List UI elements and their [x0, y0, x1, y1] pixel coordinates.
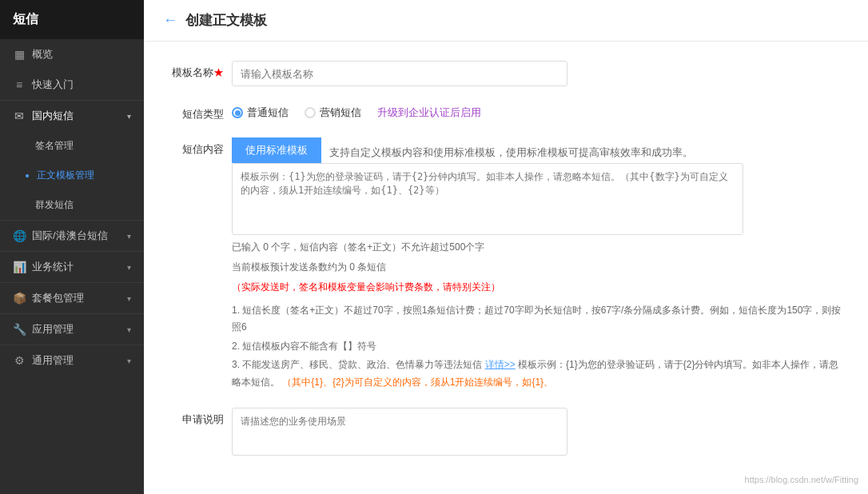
intl-section: 🌐 国际/港澳台短信 ▾: [0, 220, 144, 251]
info-warning: （实际发送时，签名和模板变量会影响计费条数，请特别关注）: [232, 280, 844, 295]
radio-marketing-circle: [305, 107, 316, 118]
content-tabs: 使用标准模板: [232, 137, 321, 163]
sidebar-item-quickstart[interactable]: ≡ 快速入门: [0, 70, 144, 100]
sms-type-row: 短信类型 普通短信 营销短信 升级到企业认证后启用: [168, 102, 844, 122]
intl-icon: 🌐: [13, 229, 26, 242]
app-section: 🔧 应用管理 ▾: [0, 313, 144, 345]
sms-content-row: 短信内容 使用标准模板 支持自定义模板内容和使用标准模板，使用标准模板可提高审核…: [168, 137, 844, 392]
sidebar-item-label: 国际/港澳台短信: [32, 229, 108, 243]
sidebar-item-label: 群发短信: [35, 198, 74, 212]
page-header: ← 创建正文模板: [144, 0, 868, 42]
sidebar-item-label: 正文模板管理: [37, 169, 94, 182]
radio-normal-label: 普通短信: [247, 106, 289, 120]
page-title: 创建正文模板: [185, 11, 267, 30]
radio-group: 普通短信 营销短信 升级到企业认证后启用: [232, 102, 844, 120]
radio-marketing-label: 营销短信: [320, 106, 361, 120]
template-name-input[interactable]: [232, 61, 567, 86]
chevron-down-icon: ▾: [127, 232, 131, 241]
sidebar-item-groupsms[interactable]: 群发短信: [0, 190, 144, 220]
sidebar-item-intl[interactable]: 🌐 国际/港澳台短信 ▾: [0, 221, 144, 251]
sidebar-item-label: 套餐包管理: [32, 291, 84, 305]
sms-content-label: 短信内容: [168, 137, 232, 157]
sidebar-item-label: 国内短信: [32, 109, 74, 123]
sms-content-area: 使用标准模板 支持自定义模板内容和使用标准模板，使用标准模板可提高审核效率和成功…: [232, 137, 844, 392]
app-desc-textarea[interactable]: [232, 408, 567, 456]
sidebar-logo: 短信: [0, 0, 144, 39]
note2: 2. 短信模板内容不能含有【】符号: [232, 338, 844, 356]
info-count: 已输入 0 个字，短信内容（签名+正文）不允许超过500个字: [232, 240, 844, 255]
tab-description: 支持自定义模板内容和使用标准模板，使用标准模板可提高审核效率和成功率。: [329, 141, 693, 160]
note1: 1. 短信长度（签名+正文）不超过70字，按照1条短信计费；超过70字即为长短信…: [232, 302, 844, 337]
domestic-section: ✉ 国内短信 ▾ 签名管理 正文模板管理 群发短信: [0, 100, 144, 220]
active-dot: [26, 174, 29, 177]
note2-text: 2. 短信模板内容不能含有【】符号: [232, 341, 376, 352]
notes: 1. 短信长度（签名+正文）不超过70字，按照1条短信计费；超过70字即为长短信…: [232, 302, 844, 392]
upgrade-link[interactable]: 升级到企业认证后启用: [377, 106, 481, 120]
sidebar-item-label: 业务统计: [32, 260, 74, 274]
note3-orange: （其中{1}、{2}为可自定义的内容，须从1开始连续编号，如{1}、: [282, 376, 553, 388]
sidebar-item-overview[interactable]: ▦ 概览: [0, 39, 144, 70]
template-name-row: 模板名称★: [168, 61, 844, 86]
note3-part1: 3. 不能发送房产、移民、贷款、政治、色情暴力等违法短信: [232, 359, 482, 370]
info-estimate-text: 当前模板预计发送条数约为 0 条短信: [232, 261, 386, 273]
package-icon: 📦: [13, 292, 26, 305]
sidebar-item-label: 通用管理: [32, 353, 74, 368]
app-desc-row: 申请说明: [168, 408, 844, 458]
sidebar-item-general[interactable]: ⚙ 通用管理 ▾: [0, 345, 144, 376]
template-name-label: 模板名称★: [168, 61, 232, 80]
form-container: 模板名称★ 短信类型 普通短信 营销短信 升级到企业认证: [144, 42, 868, 494]
sidebar-item-stats[interactable]: 📊 业务统计 ▾: [0, 252, 144, 282]
info-warning-text: （实际发送时，签名和模板变量会影响计费条数，请特别关注）: [232, 281, 500, 293]
required-mark: ★: [213, 66, 224, 78]
sidebar-item-package[interactable]: 📦 套餐包管理 ▾: [0, 283, 144, 313]
detail-link[interactable]: 详情>>: [485, 359, 516, 370]
info-estimate: 当前模板预计发送条数约为 0 条短信: [232, 260, 844, 275]
package-section: 📦 套餐包管理 ▾: [0, 282, 144, 313]
sidebar-item-label: 应用管理: [32, 322, 74, 337]
note3: 3. 不能发送房产、移民、贷款、政治、色情暴力等违法短信 详情>> 模板示例：{…: [232, 357, 844, 391]
chevron-down-icon: ▾: [127, 325, 131, 334]
radio-normal-circle: [232, 107, 243, 118]
sidebar-item-signature[interactable]: 签名管理: [0, 131, 144, 161]
sms-content-textarea[interactable]: [232, 163, 743, 235]
sidebar-item-label: 快速入门: [32, 78, 74, 92]
sidebar-item-label: 概览: [32, 47, 53, 62]
sidebar-item-domestic[interactable]: ✉ 国内短信 ▾: [0, 101, 144, 131]
note1-text: 1. 短信长度（签名+正文）不超过70字，按照1条短信计费；超过70字即为长短信…: [232, 305, 841, 333]
radio-normal[interactable]: 普通短信: [232, 106, 289, 120]
sidebar-item-appmgr[interactable]: 🔧 应用管理 ▾: [0, 314, 144, 345]
stats-icon: 📊: [13, 261, 26, 273]
stats-section: 📊 业务统计 ▾: [0, 251, 144, 282]
sidebar: 短信 ▦ 概览 ≡ 快速入门 ✉ 国内短信 ▾ 签名管理 正文模板管理 群发短信…: [0, 0, 144, 494]
chevron-down-icon: ▾: [127, 263, 131, 272]
sms-type-content: 普通短信 营销短信 升级到企业认证后启用: [232, 102, 844, 120]
app-desc-label: 申请说明: [168, 408, 232, 427]
quickstart-icon: ≡: [13, 78, 26, 91]
overview-icon: ▦: [13, 48, 26, 61]
sidebar-item-template[interactable]: 正文模板管理: [0, 161, 144, 190]
domestic-icon: ✉: [13, 110, 26, 122]
main-content: ← 创建正文模板 模板名称★ 短信类型 普通短信: [144, 0, 868, 494]
app-icon: 🔧: [13, 323, 26, 336]
info-count-text: 已输入 0 个字，短信内容（签名+正文）不允许超过500个字: [232, 241, 484, 253]
chevron-down-icon: ▾: [127, 294, 131, 303]
chevron-down-icon: ▾: [127, 112, 131, 121]
general-icon: ⚙: [13, 354, 26, 367]
app-desc-content: [232, 408, 844, 458]
chevron-down-icon: ▾: [127, 357, 131, 365]
general-section: ⚙ 通用管理 ▾: [0, 345, 144, 376]
tab-standard[interactable]: 使用标准模板: [232, 137, 321, 163]
template-name-content: [232, 61, 844, 86]
sidebar-item-label: 签名管理: [35, 139, 74, 153]
back-button[interactable]: ←: [163, 12, 177, 29]
sms-type-label: 短信类型: [168, 102, 232, 122]
radio-marketing[interactable]: 营销短信: [305, 106, 361, 120]
